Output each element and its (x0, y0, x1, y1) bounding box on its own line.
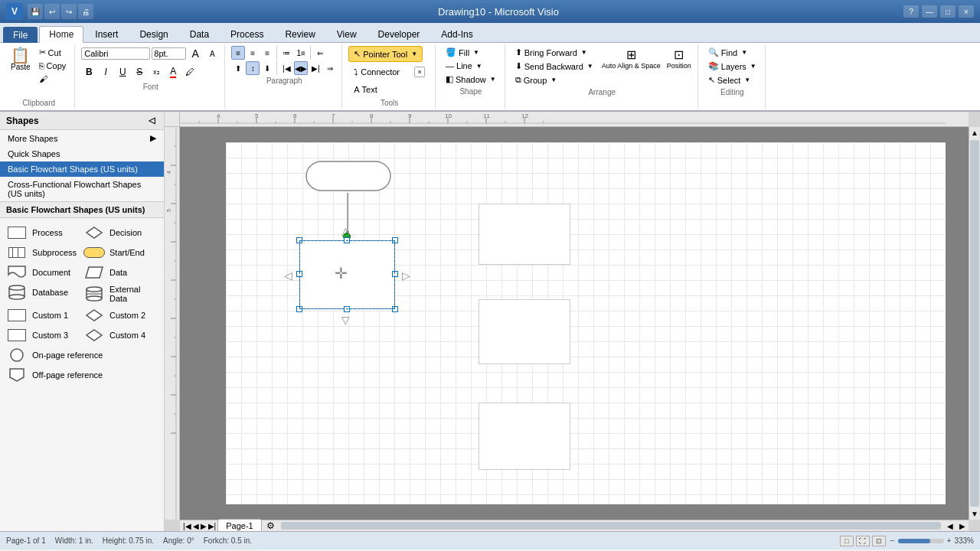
shape-onpage[interactable]: On-page reference (5, 345, 159, 365)
shape-custom2[interactable]: Custom 2 (82, 305, 159, 325)
tab-data[interactable]: Data (180, 26, 219, 42)
shape-startend[interactable]: Start/End (82, 243, 159, 262)
page-last-button[interactable]: ▶| (208, 522, 217, 530)
align-center-button[interactable]: ≡ (246, 46, 260, 60)
close-button[interactable]: × (959, 5, 974, 18)
tab-process[interactable]: Process (220, 26, 273, 42)
quick-shapes-item[interactable]: Quick Shapes (0, 146, 164, 161)
find-button[interactable]: 🔍 Find▼ (704, 46, 760, 59)
maximize-button[interactable]: □ (940, 5, 956, 18)
quick-access-undo[interactable]: ↩ (44, 4, 60, 19)
bring-forward-button[interactable]: ⬆ Bring Forward▼ (511, 46, 597, 59)
grow-font-button[interactable]: A (188, 46, 203, 61)
send-backward-button[interactable]: ⬇ Send Backward▼ (511, 60, 597, 73)
page-tab-1[interactable]: Page-1 (217, 519, 261, 531)
horiz-align-left-button[interactable]: |◀ (279, 61, 293, 75)
drawing-page[interactable]: ✛ ◁ ▷ △ ▽ (226, 142, 946, 504)
arrow-handle-bottom[interactable]: ▽ (341, 314, 350, 326)
shadow-button[interactable]: ◧ Shadow ▼ (442, 73, 500, 86)
zoom-slider[interactable] (898, 539, 944, 543)
horizontal-scrollbar[interactable]: |◀ ◀ ▶ ▶| Page-1 ⚙ ◀ ▶ (180, 520, 969, 531)
select-button[interactable]: ↖ Select▼ (704, 73, 760, 86)
horiz-align-center-button[interactable]: ◀▶ (294, 61, 308, 75)
connector-close[interactable]: × (414, 67, 425, 77)
drawing-canvas[interactable]: ✛ ◁ ▷ △ ▽ (180, 127, 969, 520)
handle-ml[interactable] (296, 271, 302, 277)
minimize-button[interactable]: — (922, 5, 937, 18)
connector-tool-button[interactable]: ⤵ Connector × (348, 64, 430, 80)
align-bottom-button[interactable]: ⬇ (260, 61, 274, 75)
line-button[interactable]: — Line ▼ (442, 60, 500, 72)
shape-subprocess[interactable]: Subprocess (5, 243, 82, 262)
auto-align-button[interactable]: ⊞ Auto Align & Space (600, 46, 662, 71)
subscript-button[interactable]: x₂ (149, 64, 164, 80)
arrow-handle-top[interactable]: △ (341, 225, 350, 237)
tab-addins[interactable]: Add-Ins (431, 26, 482, 42)
group-button[interactable]: ⧉ Group▼ (511, 73, 597, 86)
increase-indent-button[interactable]: ⇒ (323, 61, 337, 75)
handle-bc[interactable] (344, 306, 350, 312)
text-tool-button[interactable]: A Text (348, 82, 383, 97)
canvas-area[interactable]: 4 5 6 7 8 9 10 11 12 (165, 112, 980, 531)
handle-tr[interactable] (392, 237, 398, 243)
scroll-thumb-v[interactable] (970, 140, 979, 507)
fullscreen-view-button[interactable]: ⛶ (856, 536, 870, 546)
scroll-thumb-h[interactable] (281, 522, 941, 530)
align-right-button[interactable]: ≡ (260, 46, 274, 60)
layers-button[interactable]: 📚 Layers▼ (704, 60, 760, 73)
shape-custom1[interactable]: Custom 1 (5, 305, 82, 325)
scroll-left-button[interactable]: ◀ (944, 520, 956, 532)
more-shapes-item[interactable]: More Shapes ▶ (0, 130, 164, 146)
shape-custom4[interactable]: Custom 4 (82, 325, 159, 345)
scroll-up-button[interactable]: ▲ (969, 127, 980, 139)
quick-access-save[interactable]: 💾 (28, 4, 43, 19)
zoom-fit-button[interactable]: ⊡ (872, 536, 886, 546)
font-color-button[interactable]: A (165, 64, 181, 80)
zoom-out-button[interactable]: − (890, 536, 895, 545)
copy-button[interactable]: ⎘ Copy (35, 60, 70, 72)
vertical-scrollbar[interactable]: ▲ ▼ (969, 127, 980, 520)
italic-button[interactable]: I (98, 64, 113, 80)
shape-offpage[interactable]: Off-page reference (5, 365, 159, 385)
handle-mr[interactable] (392, 271, 398, 277)
shape-right-3[interactable] (479, 403, 570, 470)
quick-access-print[interactable]: 🖨 (78, 4, 93, 19)
handle-br[interactable] (392, 306, 398, 312)
add-page-button[interactable]: ⚙ (266, 520, 275, 531)
shape-right-1[interactable] (479, 204, 570, 265)
bold-button[interactable]: B (81, 64, 96, 80)
quick-access-redo[interactable]: ↪ (61, 4, 77, 19)
page-prev-button[interactable]: ◀ (193, 522, 199, 530)
shape-decision[interactable]: Decision (82, 223, 159, 243)
handle-tl[interactable] (296, 237, 302, 243)
shape-document[interactable]: Document (5, 262, 82, 282)
tab-home[interactable]: Home (39, 26, 83, 43)
zoom-in-button[interactable]: + (947, 536, 952, 545)
tab-insert[interactable]: Insert (85, 26, 128, 42)
pointer-tool-button[interactable]: ↖ Pointer Tool ▼ (348, 46, 423, 62)
bullets-button[interactable]: ≔ (279, 46, 293, 60)
scroll-down-button[interactable]: ▼ (969, 508, 980, 520)
scroll-right-button[interactable]: ▶ (956, 520, 969, 532)
help-button[interactable]: ? (903, 5, 919, 18)
cross-functional-item[interactable]: Cross-Functional Flowchart Shapes (US un… (0, 177, 164, 201)
font-name-input[interactable] (81, 47, 150, 60)
paste-button[interactable]: 📋 Paste (8, 46, 34, 73)
align-middle-button[interactable]: ↕ (246, 61, 260, 75)
fill-button[interactable]: 🪣 Fill ▼ (442, 46, 500, 59)
numbering-button[interactable]: 1≡ (294, 46, 308, 60)
shapes-collapse-button[interactable]: ◁ (145, 115, 158, 126)
shape-process[interactable]: Process (5, 223, 82, 243)
shape-database[interactable]: Database (5, 282, 82, 302)
tab-design[interactable]: Design (129, 26, 178, 42)
decrease-indent-button[interactable]: ⇐ (313, 46, 327, 60)
page-next-button[interactable]: ▶ (201, 522, 207, 530)
selected-shape-wrapper[interactable]: ✛ ◁ ▷ △ ▽ (299, 240, 395, 309)
tab-review[interactable]: Review (275, 26, 325, 42)
window-controls[interactable]: ? — □ × (903, 5, 974, 18)
shrink-font-button[interactable]: A (204, 46, 220, 61)
align-left-button[interactable]: ≡ (231, 46, 245, 60)
page-first-button[interactable]: |◀ (183, 522, 191, 530)
normal-view-button[interactable]: □ (840, 536, 854, 546)
handle-bl[interactable] (296, 306, 302, 312)
